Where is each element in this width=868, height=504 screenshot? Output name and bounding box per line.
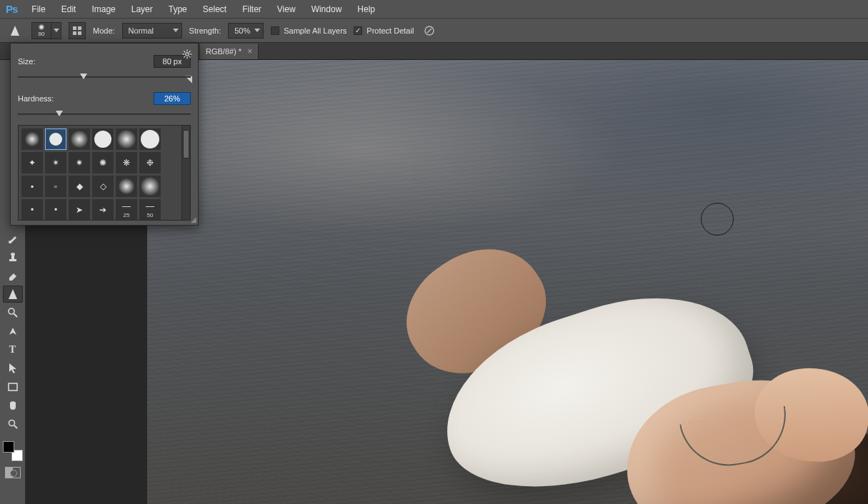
brush-preset[interactable]: —50 [139, 199, 161, 221]
protect-detail-checkbox[interactable]: Protect Detail [354, 26, 414, 35]
menu-type[interactable]: Type [161, 1, 194, 17]
menu-select[interactable]: Select [196, 1, 234, 17]
menu-layer[interactable]: Layer [124, 1, 160, 17]
gear-icon[interactable] [182, 49, 192, 59]
size-slider[interactable] [18, 72, 191, 82]
checkbox-icon [271, 26, 279, 35]
svg-line-26 [184, 56, 185, 58]
svg-point-16 [9, 420, 14, 426]
svg-marker-10 [9, 273, 16, 281]
brush-preset[interactable] [21, 128, 43, 150]
svg-line-13 [14, 313, 17, 317]
svg-rect-1 [73, 26, 76, 30]
brush-preset[interactable] [45, 128, 66, 150]
document-tab-label: RGB/8#) * [206, 47, 241, 56]
eraser-tool[interactable] [3, 267, 23, 284]
menu-edit[interactable]: Edit [54, 1, 84, 17]
brush-preset[interactable] [139, 128, 161, 150]
svg-marker-0 [11, 26, 19, 36]
brush-tool[interactable] [3, 230, 23, 247]
brush-preset[interactable]: • [45, 199, 66, 221]
brush-preset[interactable] [139, 176, 161, 197]
brush-preset[interactable]: ❉ [139, 152, 161, 173]
brush-preset[interactable]: • [21, 199, 43, 221]
brush-cursor-icon [701, 203, 734, 236]
svg-line-24 [189, 56, 191, 58]
brush-panel-toggle[interactable] [69, 22, 86, 39]
dodge-tool[interactable] [3, 304, 23, 321]
brush-preset[interactable]: ◆ [69, 176, 90, 197]
menu-filter[interactable]: Filter [235, 1, 269, 17]
options-bar: 80 Mode: Normal Strength: 50% Sample All… [0, 19, 868, 43]
brush-preset[interactable]: ✺ [92, 152, 114, 173]
brush-preset[interactable] [69, 128, 90, 150]
brush-preset[interactable]: ✷ [69, 152, 90, 173]
sharpen-tool[interactable] [3, 286, 23, 303]
brush-preset[interactable]: ❋ [116, 152, 137, 173]
svg-rect-7 [9, 259, 16, 261]
pen-tool[interactable] [3, 323, 23, 340]
mode-select[interactable]: Normal [122, 23, 182, 39]
hand-tool[interactable] [3, 397, 23, 414]
close-icon[interactable]: × [247, 46, 252, 56]
active-tool-icon [6, 21, 24, 40]
strength-select[interactable]: 50% [228, 23, 264, 39]
document-tab[interactable]: RGB/8#) * × [200, 44, 259, 59]
color-swatches[interactable] [3, 441, 23, 461]
brush-preset[interactable] [116, 176, 137, 197]
brush-preset[interactable]: ◇ [92, 176, 114, 197]
checkbox-checked-icon [354, 26, 362, 35]
menu-view[interactable]: View [270, 1, 303, 17]
chevron-down-icon [254, 29, 260, 32]
chevron-down-icon [173, 29, 179, 32]
canvas[interactable] [147, 60, 868, 504]
hardness-input[interactable]: 26% [154, 92, 191, 105]
mode-value: Normal [129, 26, 154, 35]
svg-rect-3 [73, 31, 76, 35]
menu-file[interactable]: File [24, 1, 52, 17]
protect-detail-label: Protect Detail [366, 26, 414, 35]
rectangle-tool[interactable] [3, 378, 23, 395]
svg-point-6 [9, 241, 11, 243]
hardness-label: Hardness: [18, 94, 54, 103]
svg-marker-14 [9, 363, 16, 373]
brush-preset[interactable]: ➤ [69, 199, 90, 221]
svg-line-23 [184, 51, 185, 52]
brush-preset-chip[interactable]: 80 [31, 22, 61, 39]
menu-help[interactable]: Help [350, 1, 382, 17]
zoom-tool[interactable] [3, 415, 23, 433]
type-tool[interactable]: T [3, 341, 23, 358]
brush-size-mini: 80 [39, 31, 45, 37]
resize-grip-icon[interactable]: ◢ [191, 216, 196, 223]
svg-marker-11 [9, 289, 17, 299]
svg-rect-4 [78, 31, 81, 35]
menu-window[interactable]: Window [304, 1, 349, 17]
svg-rect-2 [78, 26, 81, 30]
image-figure [254, 218, 868, 504]
presets-scrollbar[interactable] [181, 126, 190, 220]
brush-preset[interactable] [116, 128, 137, 150]
strength-value: 50% [234, 26, 250, 35]
path-select-tool[interactable] [3, 360, 23, 377]
brush-preset[interactable]: ▫ [45, 176, 66, 197]
svg-point-9 [11, 253, 15, 256]
quick-mask-toggle[interactable] [5, 467, 21, 478]
svg-point-18 [186, 53, 189, 56]
hardness-slider[interactable] [18, 109, 191, 119]
brush-preset[interactable]: ▪ [21, 176, 43, 197]
brush-preset[interactable]: ✦ [21, 152, 43, 173]
tablet-pressure-icon[interactable] [421, 22, 438, 39]
svg-rect-15 [9, 383, 17, 390]
sample-all-layers-checkbox[interactable]: Sample All Layers [271, 26, 346, 35]
stamp-tool[interactable] [3, 248, 23, 266]
menu-image[interactable]: Image [84, 1, 122, 17]
brush-preset[interactable]: —25 [116, 199, 137, 221]
svg-line-25 [189, 51, 191, 52]
menu-bar: Ps File Edit Image Layer Type Select Fil… [0, 0, 868, 19]
brush-popover: ◥ Size: 80 px Hardness: 26% ✦ ✶ ✷ ✺ ❋ ❉ … [10, 43, 199, 226]
brush-preset[interactable] [92, 128, 114, 150]
brush-preset[interactable]: ➔ [92, 199, 114, 221]
brush-preset[interactable]: ✶ [45, 152, 66, 173]
strength-label: Strength: [189, 26, 221, 35]
chevron-down-icon[interactable] [51, 23, 61, 39]
